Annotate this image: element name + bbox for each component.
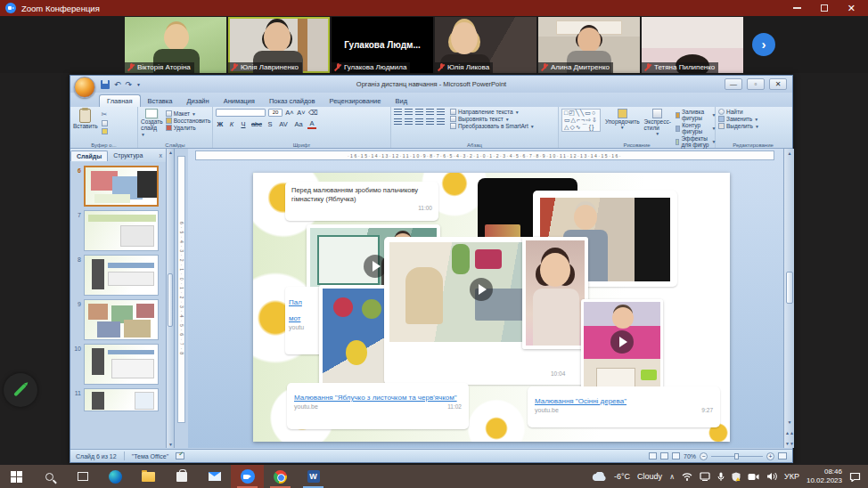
participant-tile-alina[interactable]: Алина Дмитренко	[538, 17, 640, 73]
slide-canvas[interactable]: Перед малюванням зробимо пальчикову гімн…	[253, 173, 730, 442]
task-view-button[interactable]	[66, 465, 99, 488]
slides-panel-scrollbar[interactable]: ▲ ▼	[167, 149, 175, 448]
word-taskbar-button[interactable]: W	[297, 465, 330, 488]
select-button[interactable]: Выделить▼	[718, 123, 788, 129]
character-spacing-button[interactable]: AV	[277, 120, 290, 128]
participant-tile-yuliia-l[interactable]: Юлія Лавриненко	[228, 17, 330, 73]
shape-fill-button[interactable]: Заливка фигуры▼	[676, 109, 717, 121]
participant-tile-tetiana[interactable]: Тетяна Пилипенко	[642, 17, 743, 73]
bullets-icon[interactable]	[394, 109, 402, 115]
tab-home[interactable]: Главная	[99, 94, 141, 107]
layout-button[interactable]: Макет▼	[166, 110, 211, 117]
next-slide-icon[interactable]: ▼▼	[784, 441, 795, 446]
zoom-taskbar-button[interactable]	[231, 465, 264, 488]
tab-slideshow[interactable]: Показ слайдов	[262, 95, 323, 107]
shapes-gallery[interactable]: □◰╲╲▭○ ▭△⌐¬⇨⇩ △◇∿⌒{}	[561, 109, 601, 132]
paste-button[interactable]: Вставить	[73, 109, 98, 134]
participant-tile-viktoriia[interactable]: Вікторія Аторіна	[125, 17, 226, 73]
align-right-icon[interactable]	[415, 118, 423, 125]
participant-tile-yuliia-lykova[interactable]: Юлія Ликова	[435, 17, 536, 73]
participant-tile-gulakova[interactable]: Гулакова Людм... Гулакова Людмила	[332, 17, 433, 73]
video-link[interactable]: Малювання "Осінні дерева"	[535, 397, 626, 406]
font-name-combobox[interactable]	[216, 109, 266, 117]
format-painter-icon[interactable]	[102, 128, 108, 134]
font-size-combobox[interactable]: 20	[268, 109, 283, 117]
font-color-button[interactable]: А	[307, 119, 316, 129]
zoom-slider-thumb[interactable]	[734, 453, 739, 460]
slide-thumbnail-7[interactable]: 7	[72, 210, 164, 251]
find-button[interactable]: Найти	[718, 109, 788, 115]
shape-outline-button[interactable]: Контур фигуры▼	[676, 122, 717, 134]
tab-animation[interactable]: Анимация	[217, 95, 262, 107]
slide-thumbnail-10[interactable]: 10	[72, 344, 164, 385]
slide-thumbnail-8[interactable]: 8	[72, 255, 164, 296]
slide-thumbnail-9[interactable]: 9	[72, 299, 164, 340]
slideshow-icon[interactable]	[672, 452, 680, 460]
normal-view-icon[interactable]	[649, 452, 657, 460]
ppt-close-button[interactable]: ✕	[769, 78, 787, 90]
scroll-up-icon[interactable]: ▲	[167, 150, 175, 155]
scrollbar-thumb[interactable]	[168, 273, 173, 327]
weather-temp[interactable]: -6°C	[614, 472, 630, 481]
clock[interactable]: 08:46 10.02.2023	[807, 468, 842, 484]
copy-icon[interactable]	[102, 120, 108, 126]
zoom-slider[interactable]	[711, 456, 763, 457]
volume-icon[interactable]	[766, 472, 777, 481]
file-explorer-button[interactable]	[132, 465, 165, 488]
zoom-in-icon[interactable]: +	[766, 452, 774, 460]
shrink-font-icon[interactable]: A˅	[297, 109, 306, 117]
bold-button[interactable]: Ж	[216, 120, 225, 128]
align-left-icon[interactable]	[394, 118, 402, 125]
display-cast-icon[interactable]	[700, 472, 710, 481]
maximize-icon[interactable]	[821, 4, 828, 12]
text-direction-button[interactable]: Направление текста▼	[450, 109, 535, 115]
scroll-down-icon[interactable]: ▼	[167, 442, 175, 447]
tab-insert[interactable]: Вставка	[141, 95, 180, 107]
edge-button[interactable]	[99, 465, 132, 488]
scroll-down-icon[interactable]: ▼	[784, 419, 795, 425]
align-text-button[interactable]: Выровнять текст▼	[450, 116, 535, 122]
zoom-out-icon[interactable]: −	[700, 452, 708, 460]
close-icon[interactable]: ✕	[848, 4, 856, 12]
convert-smartart-button[interactable]: Преобразовать в SmartArt▼	[450, 123, 535, 129]
delete-slide-button[interactable]: Удалить	[166, 125, 211, 131]
next-participants-button[interactable]: ›	[752, 33, 775, 56]
language-indicator[interactable]: УКР	[784, 472, 799, 481]
video-link[interactable]: мот	[289, 314, 300, 323]
tray-expand-icon[interactable]: ∧	[669, 473, 675, 481]
align-center-icon[interactable]	[405, 118, 413, 125]
action-center-icon[interactable]	[849, 472, 861, 482]
grow-font-icon[interactable]: A˄	[285, 109, 294, 117]
columns-icon[interactable]	[437, 118, 445, 125]
numbering-icon[interactable]	[405, 109, 413, 115]
video-link[interactable]: Пал	[289, 298, 302, 307]
weather-cloud-icon[interactable]	[592, 472, 607, 482]
spellcheck-icon[interactable]	[176, 452, 184, 460]
store-button[interactable]	[165, 465, 198, 488]
tab-review[interactable]: Рецензирование	[323, 95, 389, 107]
previous-slide-icon[interactable]: ▲▲	[784, 430, 795, 435]
wifi-icon[interactable]	[682, 472, 692, 481]
reset-button[interactable]: Восстановить	[166, 118, 211, 124]
microphone-icon[interactable]	[717, 472, 725, 482]
line-spacing-icon[interactable]	[437, 109, 445, 115]
outline-tab[interactable]: Структура	[108, 150, 148, 160]
tab-design[interactable]: Дизайн	[179, 95, 216, 107]
photo-portrait[interactable]	[522, 237, 588, 349]
quick-styles-button[interactable]: Экспресс-стили▼	[644, 109, 671, 136]
fit-to-window-icon[interactable]	[778, 452, 787, 460]
play-icon[interactable]	[610, 330, 634, 354]
slide-thumbnail-11[interactable]: 11	[72, 388, 164, 411]
chrome-taskbar-button[interactable]	[264, 465, 297, 488]
slide-scrollbar[interactable]: ▲ ▼ ▲▲ ▼▼	[783, 149, 794, 448]
increase-indent-icon[interactable]	[426, 109, 434, 115]
camera-icon[interactable]	[748, 473, 759, 481]
video-link[interactable]: Малювання "Яблучко з листочком та черв'я…	[294, 394, 457, 403]
ppt-minimize-button[interactable]: —	[725, 78, 742, 90]
text-shadow-button[interactable]: S	[266, 120, 274, 128]
cut-icon[interactable]: ✂	[102, 110, 108, 118]
scroll-up-icon[interactable]: ▲	[784, 150, 795, 156]
decrease-indent-icon[interactable]	[415, 109, 423, 115]
close-panel-icon[interactable]: x	[160, 152, 167, 159]
italic-button[interactable]: К	[227, 120, 236, 128]
